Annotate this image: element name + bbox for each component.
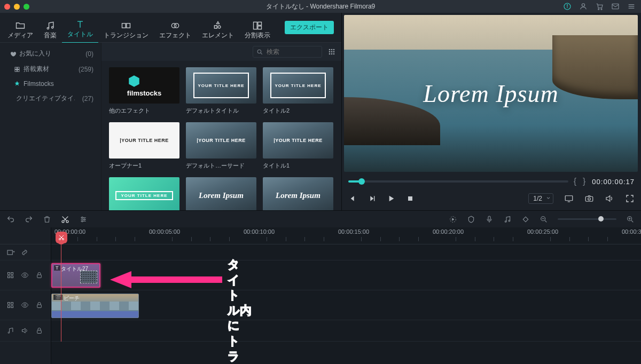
title-thumbnail[interactable]: YOUR TITLE HEREオープナー2 [109, 177, 179, 210]
link-icon[interactable] [20, 248, 29, 257]
tab-effect[interactable]: エフェクト [154, 15, 197, 43]
window-titlebar: タイトルなし - Wondershare Filmora9 [0, 0, 641, 13]
title-thumbnail[interactable]: Lorem Ipsumタイトル27 [186, 177, 256, 210]
mark-out-icon[interactable]: } [583, 177, 587, 186]
title-thumbnail[interactable]: |YOUR TITLE HEREタイトル1 [263, 122, 333, 170]
export-button[interactable]: エクスポート [285, 21, 334, 34]
sidebar-item-bundled[interactable]: ▶搭載素材 (259) [0, 61, 101, 77]
svg-point-11 [52, 26, 53, 28]
track-head-video[interactable] [0, 290, 51, 320]
quality-icon[interactable] [564, 194, 574, 203]
track-head-audio[interactable] [0, 320, 51, 342]
video-clip[interactable]: 🎬 ビーチ [51, 294, 139, 318]
cart-icon[interactable] [595, 2, 604, 11]
svg-point-44 [82, 217, 83, 218]
title-icon [75, 19, 85, 30]
stop-button[interactable] [406, 194, 415, 203]
record-vo-icon[interactable] [485, 215, 494, 224]
audio-track[interactable] [51, 320, 641, 342]
svg-point-50 [509, 220, 510, 221]
snapshot-icon[interactable] [584, 194, 594, 203]
svg-point-10 [47, 27, 49, 29]
title-thumbnail[interactable]: filmstocks他のエフェクト [109, 67, 179, 115]
playhead[interactable] [61, 244, 61, 342]
sidebar-item-favorites[interactable]: お気に入り (0) [0, 46, 101, 61]
svg-point-4 [598, 9, 599, 10]
grid-view-icon[interactable] [327, 48, 336, 56]
title-thumbnail[interactable]: |YOUR TITLE HEREオープナー1 [109, 122, 179, 170]
lock-icon[interactable] [35, 271, 43, 279]
tab-music[interactable]: 音楽 [38, 15, 62, 43]
audio-mixer-icon[interactable] [503, 215, 512, 224]
tab-element[interactable]: エレメント [197, 15, 239, 43]
svg-rect-12 [122, 23, 126, 27]
delete-icon[interactable] [43, 215, 51, 224]
tab-title[interactable]: タイトル [62, 15, 98, 43]
zoom-out-icon[interactable] [540, 215, 548, 224]
cut-marker-icon[interactable] [56, 232, 67, 243]
tab-transition[interactable]: トランジション [98, 15, 154, 43]
svg-point-15 [174, 23, 178, 27]
render-icon[interactable] [449, 215, 457, 224]
eye-icon[interactable] [21, 301, 29, 309]
search-input[interactable] [267, 48, 315, 56]
timeline-ruler[interactable]: 00:00:00:0000:00:05:0000:00:10:0000:00:1… [51, 227, 641, 244]
video-track[interactable]: 🎬 ビーチ [51, 290, 641, 320]
svg-point-33 [333, 53, 335, 55]
music-note-icon [6, 327, 14, 335]
zoom-select[interactable]: 1/2 [528, 193, 553, 204]
svg-rect-48 [488, 216, 490, 220]
timeline-toolbar [0, 210, 641, 227]
fullscreen-icon[interactable] [625, 194, 635, 203]
title-track[interactable]: T タイトル27 [51, 260, 641, 290]
svg-point-46 [82, 220, 83, 222]
speaker-icon[interactable] [21, 327, 29, 335]
info-icon[interactable] [563, 2, 572, 11]
svg-rect-75 [37, 330, 42, 334]
lock-icon[interactable] [35, 327, 43, 335]
svg-rect-19 [15, 67, 17, 69]
tab-media[interactable]: メディア [2, 15, 38, 43]
tab-split[interactable]: 分割表示 [239, 15, 276, 43]
preview-scrubbar[interactable] [348, 180, 568, 183]
keyframe-icon[interactable] [521, 215, 530, 224]
undo-icon[interactable] [6, 215, 15, 224]
lock-icon[interactable] [35, 301, 43, 309]
svg-point-74 [8, 332, 10, 334]
track-head-title[interactable] [0, 260, 51, 290]
add-track-icon[interactable] [6, 248, 15, 257]
menu-icon[interactable] [627, 2, 636, 11]
mail-icon[interactable] [611, 2, 620, 11]
next-frame-button[interactable] [368, 194, 376, 203]
sidebar-item-creative[interactable]: クリエイティブタイ… (27) [0, 91, 101, 106]
settings-icon[interactable] [79, 215, 88, 224]
eye-icon[interactable] [21, 271, 29, 279]
mark-in-icon[interactable]: { [574, 177, 577, 186]
title-thumbnail[interactable]: |YOUR TITLE HEREデフォルト…ーサード [186, 122, 256, 170]
volume-icon[interactable] [605, 194, 614, 203]
prev-frame-button[interactable] [348, 194, 357, 203]
svg-rect-20 [18, 67, 20, 69]
svg-rect-62 [8, 273, 10, 275]
search-input-wrap[interactable] [253, 46, 322, 58]
svg-point-30 [333, 51, 335, 53]
title-clip[interactable]: T タイトル27 [51, 263, 100, 288]
preview-canvas[interactable]: Lorem Ipsum [344, 15, 638, 172]
redo-icon[interactable] [25, 215, 33, 224]
thumbnail-label: 他のエフェクト [109, 107, 179, 115]
marker-icon[interactable] [467, 215, 475, 224]
play-button[interactable] [387, 194, 395, 203]
user-icon[interactable] [579, 2, 588, 11]
title-thumbnail[interactable]: Lorem Ipsumタイトル29 [263, 177, 333, 210]
split-icon [252, 20, 263, 31]
title-thumbnail[interactable]: YOUR TITLE HEREタイトル2 [263, 67, 333, 115]
cut-icon[interactable] [61, 215, 69, 224]
svg-rect-22 [18, 69, 20, 72]
tab-label: 音楽 [44, 31, 57, 40]
zoom-in-icon[interactable] [626, 215, 635, 224]
title-thumbnail[interactable]: YOUR TITLE HEREデフォルトタイトル [186, 67, 256, 115]
sidebar-label: 搭載素材 [24, 65, 49, 74]
zoom-slider[interactable] [558, 218, 616, 220]
sidebar-item-filmstocks[interactable]: ▶Filmstocks [0, 77, 101, 91]
transition-dissolve-indicator[interactable] [80, 271, 97, 283]
